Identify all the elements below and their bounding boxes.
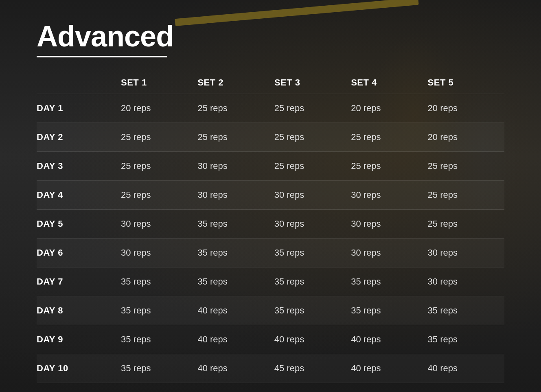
day-label: DAY 4 (37, 181, 121, 210)
cell-set1: 35 reps (121, 296, 197, 325)
cell-set5: 20 reps (428, 94, 504, 123)
day-label: DAY 10 (37, 354, 121, 383)
table-row: DAY 530 reps35 reps30 reps30 reps25 reps (37, 210, 504, 239)
cell-set2: 30 reps (197, 152, 274, 181)
cell-set2: 35 reps (197, 267, 274, 296)
cell-set1: 35 reps (121, 354, 197, 383)
cell-set1: 25 reps (121, 152, 197, 181)
table-row: DAY 835 reps40 reps35 reps35 reps35 reps (37, 296, 504, 325)
cell-set1: 20 reps (121, 94, 197, 123)
cell-set5: 20 reps (428, 123, 504, 152)
cell-set4: 35 reps (351, 296, 427, 325)
cell-set4: 30 reps (351, 181, 427, 210)
header-set5: SET 5 (428, 72, 504, 94)
cell-set3: 30 reps (274, 181, 351, 210)
cell-set4: 40 reps (351, 354, 427, 383)
cell-set3: 35 reps (274, 296, 351, 325)
header-set3: SET 3 (274, 72, 351, 94)
table-row: DAY 735 reps35 reps35 reps35 reps30 reps (37, 267, 504, 296)
cell-set5: 30 reps (428, 239, 504, 267)
workout-table: SET 1 SET 2 SET 3 SET 4 SET 5 DAY 120 re… (37, 72, 504, 383)
cell-set4: 20 reps (351, 94, 427, 123)
day-label: DAY 5 (37, 210, 121, 239)
cell-set3: 35 reps (274, 239, 351, 267)
title-underline (37, 56, 167, 57)
table-body: DAY 120 reps25 reps25 reps20 reps20 reps… (37, 94, 504, 383)
day-label: DAY 1 (37, 94, 121, 123)
table-row: DAY 1035 reps40 reps45 reps40 reps40 rep… (37, 354, 504, 383)
header-set1: SET 1 (121, 72, 197, 94)
cell-set5: 25 reps (428, 210, 504, 239)
cell-set5: 35 reps (428, 296, 504, 325)
table-row: DAY 630 reps35 reps35 reps30 reps30 reps (37, 239, 504, 267)
cell-set3: 25 reps (274, 152, 351, 181)
cell-set4: 25 reps (351, 152, 427, 181)
cell-set1: 35 reps (121, 267, 197, 296)
cell-set5: 25 reps (428, 152, 504, 181)
cell-set1: 30 reps (121, 210, 197, 239)
cell-set3: 40 reps (274, 325, 351, 354)
cell-set3: 25 reps (274, 94, 351, 123)
cell-set5: 30 reps (428, 267, 504, 296)
day-label: DAY 8 (37, 296, 121, 325)
table-row: DAY 225 reps25 reps25 reps25 reps20 reps (37, 123, 504, 152)
cell-set4: 30 reps (351, 239, 427, 267)
table-row: DAY 935 reps40 reps40 reps40 reps35 reps (37, 325, 504, 354)
day-label: DAY 3 (37, 152, 121, 181)
day-label: DAY 6 (37, 239, 121, 267)
cell-set4: 40 reps (351, 325, 427, 354)
cell-set4: 35 reps (351, 267, 427, 296)
cell-set4: 25 reps (351, 123, 427, 152)
cell-set5: 40 reps (428, 354, 504, 383)
cell-set3: 35 reps (274, 267, 351, 296)
cell-set2: 35 reps (197, 239, 274, 267)
cell-set2: 40 reps (197, 296, 274, 325)
cell-set2: 40 reps (197, 354, 274, 383)
cell-set3: 30 reps (274, 210, 351, 239)
cell-set3: 25 reps (274, 123, 351, 152)
table-header-row: SET 1 SET 2 SET 3 SET 4 SET 5 (37, 72, 504, 94)
page-title: Advanced (37, 20, 504, 53)
cell-set5: 35 reps (428, 325, 504, 354)
cell-set1: 25 reps (121, 123, 197, 152)
day-label: DAY 9 (37, 325, 121, 354)
day-label: DAY 7 (37, 267, 121, 296)
cell-set2: 40 reps (197, 325, 274, 354)
cell-set1: 25 reps (121, 181, 197, 210)
cell-set2: 25 reps (197, 94, 274, 123)
main-content: Advanced SET 1 SET 2 SET 3 SET 4 SET 5 D… (0, 0, 541, 392)
header-day (37, 72, 121, 94)
cell-set1: 35 reps (121, 325, 197, 354)
cell-set3: 45 reps (274, 354, 351, 383)
cell-set1: 30 reps (121, 239, 197, 267)
table-row: DAY 425 reps30 reps30 reps30 reps25 reps (37, 181, 504, 210)
cell-set2: 35 reps (197, 210, 274, 239)
cell-set2: 25 reps (197, 123, 274, 152)
cell-set4: 30 reps (351, 210, 427, 239)
cell-set5: 25 reps (428, 181, 504, 210)
table-row: DAY 325 reps30 reps25 reps25 reps25 reps (37, 152, 504, 181)
header-set2: SET 2 (197, 72, 274, 94)
cell-set2: 30 reps (197, 181, 274, 210)
day-label: DAY 2 (37, 123, 121, 152)
header-set4: SET 4 (351, 72, 427, 94)
table-row: DAY 120 reps25 reps25 reps20 reps20 reps (37, 94, 504, 123)
